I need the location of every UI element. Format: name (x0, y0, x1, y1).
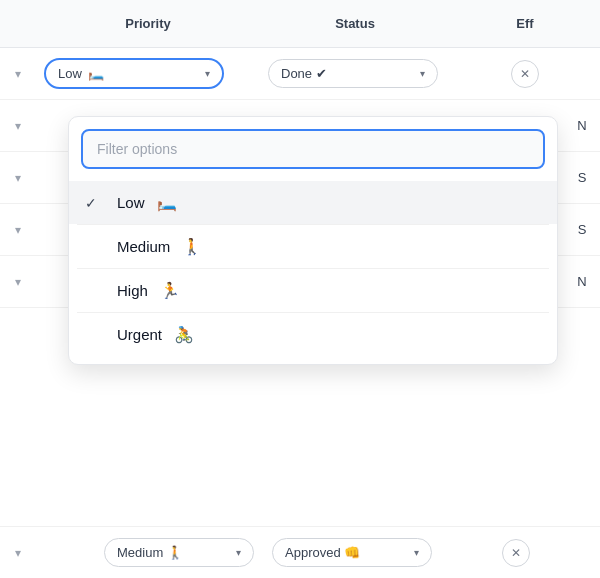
option-label-high: High (117, 282, 148, 299)
priority-dropdown-button[interactable]: Low 🛏️ ▾ (44, 58, 224, 89)
status-column-header: Status (260, 16, 450, 31)
close-icon: ✕ (511, 546, 521, 560)
chevron-down-icon: ▾ (15, 223, 21, 237)
priority-dropdown-panel: ✓ Low 🛏️ Medium 🚶 High 🏃 Urgent 🚴 (68, 116, 558, 365)
row5-right-partial: N (564, 274, 600, 289)
bottom-approved-label: Approved 👊 (285, 545, 360, 560)
efficiency-column-header: Eff (450, 16, 600, 31)
table-header: Priority Status Eff (0, 0, 600, 48)
dropdown-options-list: ✓ Low 🛏️ Medium 🚶 High 🏃 Urgent 🚴 (69, 181, 557, 356)
bottom-expand-arrow[interactable]: ▾ (0, 546, 36, 560)
bottom-medium-text: Medium (117, 545, 163, 560)
bottom-approved-emoji: 👊 (344, 545, 360, 560)
option-label-medium: Medium (117, 238, 170, 255)
option-label-urgent: Urgent (117, 326, 162, 343)
chevron-down-icon: ▾ (15, 546, 21, 560)
table-row-1: ▾ Low 🛏️ ▾ Done ✔ ▾ ✕ (0, 48, 600, 100)
side-label-4: S (578, 222, 587, 237)
check-icon-low: ✓ (85, 195, 105, 211)
bottom-close-cell: ✕ (432, 539, 600, 567)
side-label-5: N (577, 274, 586, 289)
filter-input-wrapper (69, 117, 557, 177)
option-medium[interactable]: Medium 🚶 (69, 225, 557, 268)
close-cell-row1: ✕ (450, 60, 600, 88)
row4-right-partial: S (564, 222, 600, 237)
status-text: Done (281, 66, 312, 81)
bottom-medium-chevron-icon: ▾ (236, 547, 241, 558)
close-icon: ✕ (520, 67, 530, 81)
bottom-approved-text: Approved (285, 545, 341, 560)
status-value-label: Done ✔ (281, 66, 327, 81)
priority-cell-row1: Low 🛏️ ▾ (36, 52, 260, 95)
close-button-bottom[interactable]: ✕ (502, 539, 530, 567)
bottom-approved-dropdown-button[interactable]: Approved 👊 ▾ (272, 538, 432, 567)
status-dropdown-button[interactable]: Done ✔ ▾ (268, 59, 438, 88)
bottom-medium-dropdown-button[interactable]: Medium 🚶 ▾ (104, 538, 254, 567)
side-label-2: N (577, 118, 586, 133)
row3-right-partial: S (564, 170, 600, 185)
bottom-table-row: ▾ Medium 🚶 ▾ Approved 👊 ▾ ✕ (0, 526, 600, 578)
option-emoji-low: 🛏️ (157, 193, 177, 212)
option-low[interactable]: ✓ Low 🛏️ (69, 181, 557, 224)
close-button-row1[interactable]: ✕ (511, 60, 539, 88)
row4-expand-arrow[interactable]: ▾ (0, 223, 36, 237)
priority-text: Low (58, 66, 82, 81)
row2-expand-arrow[interactable]: ▾ (0, 119, 36, 133)
priority-value-label: Low 🛏️ (58, 66, 104, 81)
row5-expand-arrow[interactable]: ▾ (0, 275, 36, 289)
bottom-medium-emoji: 🚶 (167, 545, 183, 560)
status-cell-row1: Done ✔ ▾ (260, 53, 450, 94)
option-urgent[interactable]: Urgent 🚴 (69, 313, 557, 356)
chevron-down-icon: ▾ (15, 67, 21, 81)
chevron-down-icon: ▾ (15, 171, 21, 185)
chevron-down-icon: ▾ (15, 119, 21, 133)
side-label-3: S (578, 170, 587, 185)
option-label-low: Low (117, 194, 145, 211)
option-emoji-medium: 🚶 (182, 237, 202, 256)
option-high[interactable]: High 🏃 (69, 269, 557, 312)
status-emoji: ✔ (316, 66, 327, 81)
status-chevron-icon: ▾ (420, 68, 425, 79)
priority-emoji: 🛏️ (88, 66, 104, 81)
filter-options-input[interactable] (81, 129, 545, 169)
row1-expand-arrow[interactable]: ▾ (0, 67, 36, 81)
option-emoji-urgent: 🚴 (174, 325, 194, 344)
chevron-down-icon: ▾ (15, 275, 21, 289)
priority-column-header: Priority (36, 16, 260, 31)
bottom-approved-chevron-icon: ▾ (414, 547, 419, 558)
row3-expand-arrow[interactable]: ▾ (0, 171, 36, 185)
row2-right-partial: N (564, 118, 600, 133)
priority-chevron-icon: ▾ (205, 68, 210, 79)
option-emoji-high: 🏃 (160, 281, 180, 300)
bottom-medium-label: Medium 🚶 (117, 545, 183, 560)
